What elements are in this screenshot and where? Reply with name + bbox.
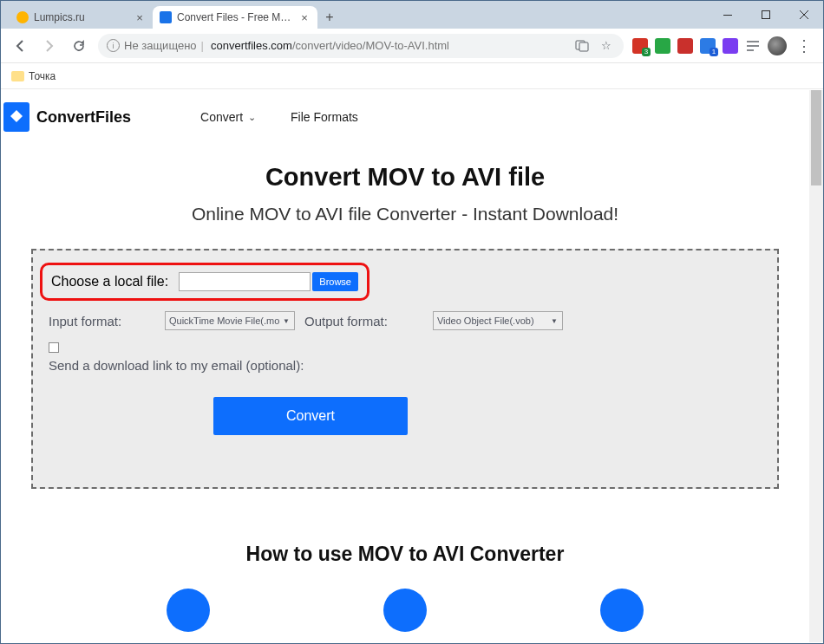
browser-menu-button[interactable]: ⋮ — [794, 36, 814, 55]
chevron-down-icon: ⌄ — [248, 112, 256, 123]
site-header: ConvertFiles Convert ⌄ File Formats — [2, 90, 822, 144]
security-text: Не защищено — [124, 39, 197, 52]
forward-button[interactable] — [36, 34, 63, 58]
extension-blue-icon[interactable]: 1 — [700, 38, 716, 54]
url-domain: convertfiles.com — [211, 39, 292, 52]
logo-icon — [3, 102, 29, 132]
favicon-doc-icon — [160, 11, 172, 23]
site-nav: Convert ⌄ File Formats — [200, 110, 358, 124]
svg-rect-3 — [579, 42, 588, 51]
extension-camera-icon[interactable] — [677, 38, 693, 54]
bookmarks-bar: Точка — [1, 63, 823, 89]
translate-icon[interactable] — [573, 39, 591, 53]
reload-button[interactable] — [65, 34, 93, 58]
browse-label: Browse — [319, 276, 351, 287]
highlight-annotation: Choose a local file: Browse — [40, 263, 369, 301]
output-format-label: Output format: — [304, 314, 388, 329]
minimize-button[interactable] — [709, 2, 747, 28]
reading-list-icon[interactable] — [745, 38, 761, 54]
how-to-heading: How to use MOV to AVI Converter — [2, 543, 808, 566]
tab-inactive[interactable]: Lumpics.ru × — [10, 6, 153, 29]
input-format-value: QuickTime Movie File(.mo — [169, 315, 279, 326]
arrow-left-icon — [13, 39, 27, 53]
avatar[interactable] — [768, 36, 787, 55]
security-indicator[interactable]: i Не защищено | — [107, 39, 204, 52]
page-subheading: Online MOV to AVI file Converter - Insta… — [2, 204, 808, 224]
extension-badge: 3 — [642, 48, 651, 56]
step-dot — [383, 589, 427, 632]
output-format-select[interactable]: Video Object File(.vob) — [433, 311, 563, 330]
maximize-button[interactable] — [747, 2, 785, 28]
tab-active[interactable]: Convert Files - Free MOV to AVI c × — [153, 6, 317, 29]
email-checkbox[interactable] — [49, 342, 59, 353]
scrollbar-thumb[interactable] — [811, 90, 821, 185]
svg-rect-1 — [762, 11, 770, 19]
step-dots — [2, 589, 808, 632]
convert-label: Convert — [286, 408, 335, 424]
star-icon[interactable]: ☆ — [598, 39, 615, 52]
minimize-icon — [723, 15, 732, 16]
step-dot — [167, 589, 210, 632]
reload-icon — [72, 39, 86, 53]
format-row: Input format: QuickTime Movie File(.mo O… — [49, 311, 762, 330]
convert-button[interactable]: Convert — [213, 397, 408, 435]
site-logo[interactable]: ConvertFiles — [2, 102, 131, 132]
new-tab-button[interactable]: + — [317, 6, 342, 29]
info-icon: i — [107, 39, 120, 52]
extension-red-icon[interactable]: 3 — [632, 38, 648, 54]
input-format-label: Input format: — [49, 314, 158, 329]
nav-label: Convert — [200, 110, 243, 124]
extension-badge: 1 — [710, 48, 718, 56]
bookmark-label: Точка — [29, 70, 56, 82]
browse-button[interactable]: Browse — [312, 272, 358, 291]
back-button[interactable] — [6, 34, 34, 58]
address-bar[interactable]: i Не защищено | convertfiles.com/convert… — [98, 34, 624, 58]
extension-green-icon[interactable] — [655, 38, 670, 54]
tab-title: Convert Files - Free MOV to AVI c — [177, 11, 293, 23]
file-input-wrap: Browse — [179, 272, 358, 291]
converter-box: Choose a local file: Browse Input format… — [31, 249, 779, 489]
favicon-circle-icon — [16, 11, 29, 23]
input-format-select[interactable]: QuickTime Movie File(.mo — [165, 311, 295, 330]
close-icon — [800, 10, 808, 19]
scrollbar-vertical[interactable] — [809, 90, 823, 642]
close-icon[interactable]: × — [298, 11, 311, 23]
page-content: Convert MOV to AVI file Online MOV to AV… — [2, 163, 822, 632]
url-text: convertfiles.com/convert/video/MOV-to-AV… — [211, 39, 449, 52]
nav-file-formats[interactable]: File Formats — [291, 110, 358, 124]
extension-icons: 3 1 ⋮ — [629, 36, 818, 55]
choose-file-label: Choose a local file: — [51, 274, 179, 289]
tabs-strip: Lumpics.ru × Convert Files - Free MOV to… — [1, 1, 709, 29]
page-title: Convert MOV to AVI file — [2, 163, 808, 192]
window-controls — [709, 1, 823, 29]
maximize-icon — [762, 10, 770, 19]
page-viewport: ConvertFiles Convert ⌄ File Formats Conv… — [2, 90, 822, 642]
url-path: /convert/video/MOV-to-AVI.html — [292, 39, 449, 52]
arrow-right-icon — [43, 39, 56, 53]
extension-purple-icon[interactable] — [723, 38, 738, 54]
file-input[interactable] — [179, 272, 311, 291]
svg-rect-0 — [723, 15, 732, 16]
titlebar: Lumpics.ru × Convert Files - Free MOV to… — [1, 1, 823, 29]
browser-toolbar: i Не защищено | convertfiles.com/convert… — [1, 29, 823, 63]
email-checkbox-label: Send a download link to my email (option… — [49, 358, 762, 373]
output-format-value: Video Object File(.vob) — [437, 315, 534, 326]
window-close-button[interactable] — [785, 2, 823, 28]
nav-label: File Formats — [291, 110, 358, 124]
nav-convert[interactable]: Convert ⌄ — [200, 110, 256, 124]
logo-text: ConvertFiles — [36, 108, 131, 127]
bookmark-folder[interactable]: Точка — [11, 70, 56, 82]
close-icon[interactable]: × — [134, 11, 146, 23]
step-dot — [600, 589, 644, 632]
tab-title: Lumpics.ru — [34, 11, 128, 23]
folder-icon — [11, 71, 24, 81]
